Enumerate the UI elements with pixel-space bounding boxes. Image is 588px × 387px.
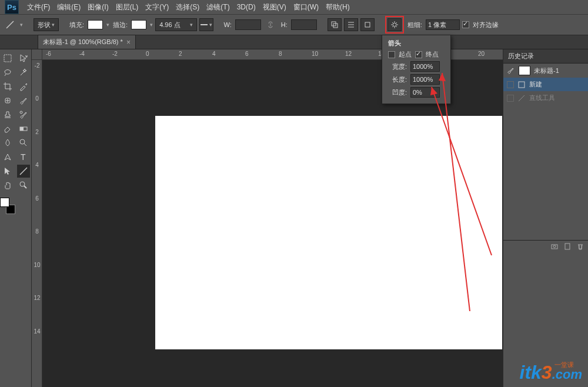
svg-point-13	[20, 111, 22, 114]
arrow-options-dropdown: 箭头 起点 终点 宽度: 长度: 凹度:	[382, 35, 451, 104]
svg-rect-7	[365, 22, 370, 27]
history-step-line[interactable]: 直线工具	[503, 91, 588, 105]
brush-icon	[507, 66, 515, 75]
gradient-tool[interactable]	[17, 122, 30, 135]
healing-tool[interactable]	[1, 94, 14, 107]
arrow-width-input[interactable]	[410, 61, 440, 72]
document-tabs: 未标题-1 @ 100%(RGB/8) * ×	[0, 35, 588, 49]
end-checkbox[interactable]	[415, 51, 422, 58]
history-thumb	[519, 66, 530, 75]
tool-icon-line	[4, 18, 16, 31]
width-input[interactable]	[235, 19, 261, 30]
lasso-tool[interactable]	[1, 66, 14, 79]
wand-tool[interactable]	[17, 66, 30, 79]
height-input[interactable]	[291, 19, 317, 30]
width-label: 宽度:	[388, 62, 407, 71]
tab-close-icon[interactable]: ×	[126, 38, 131, 46]
history-doc[interactable]: 未标题-1	[503, 64, 588, 78]
path-ops[interactable]	[328, 18, 342, 31]
svg-line-21	[24, 186, 26, 188]
new-snapshot-icon[interactable]	[550, 242, 559, 253]
path-arrange[interactable]	[360, 18, 375, 31]
svg-line-27	[519, 95, 524, 101]
history-panel-tab[interactable]: 历史记录	[503, 49, 588, 64]
dropdown-title: 箭头	[388, 39, 445, 48]
path-align[interactable]	[344, 18, 358, 31]
eyedropper-tool[interactable]	[17, 80, 30, 93]
stroke-width-input[interactable]: 4.96 点▾	[155, 18, 196, 31]
arrow-length-input[interactable]	[410, 74, 440, 85]
stamp-tool[interactable]	[1, 108, 14, 121]
stroke-style[interactable]: ▾	[199, 18, 213, 31]
svg-rect-9	[4, 55, 11, 62]
zoom-tool[interactable]	[17, 179, 30, 192]
move-tool[interactable]	[17, 52, 30, 65]
svg-point-16	[20, 139, 25, 144]
tool-preset-drop[interactable]: ▾	[20, 22, 23, 28]
svg-point-8	[393, 23, 396, 26]
history-step-new[interactable]: 新建	[503, 78, 588, 91]
watermark: 一堂课 itk3.com	[520, 362, 583, 383]
type-tool[interactable]: T	[17, 151, 30, 164]
start-label: 起点	[399, 50, 412, 59]
svg-line-0	[6, 21, 14, 28]
eraser-tool[interactable]	[1, 122, 14, 135]
svg-rect-30	[565, 243, 570, 249]
history-step-label: 直线工具	[529, 94, 555, 102]
gear-button[interactable]	[387, 18, 402, 31]
toolbox: T	[0, 49, 32, 387]
hand-tool[interactable]	[1, 179, 14, 192]
ruler-vertical: -2 0 2 4 6 8 10 12 14	[32, 60, 42, 387]
menu-view[interactable]: 视图(V)	[259, 2, 290, 12]
menu-window[interactable]: 窗口(W)	[290, 2, 322, 12]
trash-icon[interactable]	[576, 242, 584, 253]
svg-point-29	[553, 245, 556, 248]
menu-filter[interactable]: 滤镜(T)	[203, 2, 233, 12]
svg-text:T: T	[21, 152, 26, 162]
canvas[interactable]	[155, 116, 502, 349]
start-checkbox[interactable]	[388, 51, 395, 58]
menu-file[interactable]: 文件(F)	[24, 2, 54, 12]
arrow-concavity-input[interactable]	[410, 87, 440, 98]
menu-type[interactable]: 文字(Y)	[142, 2, 172, 12]
fill-swatch[interactable]	[88, 20, 103, 29]
menu-image[interactable]: 图像(I)	[84, 2, 112, 12]
svg-point-20	[20, 182, 25, 186]
end-label: 终点	[426, 50, 439, 59]
svg-line-17	[24, 144, 26, 146]
options-bar: ▾ 形状▾ 填充: ▾ 描边: ▾ 4.96 点▾ ▾ W: H: 粗细: 对齐…	[0, 14, 588, 35]
weight-label: 粗细:	[407, 21, 422, 29]
crop-tool[interactable]	[1, 80, 14, 93]
panel-footer	[503, 240, 588, 254]
align-edges-checkbox[interactable]	[462, 21, 469, 28]
blur-tool[interactable]	[1, 136, 14, 149]
document-tab[interactable]: 未标题-1 @ 100%(RGB/8) * ×	[38, 35, 136, 49]
menu-select[interactable]: 选择(S)	[172, 2, 203, 12]
menu-layer[interactable]: 图层(L)	[112, 2, 142, 12]
h-label: H:	[281, 21, 288, 28]
marquee-tool[interactable]	[1, 52, 14, 65]
history-brush-tool[interactable]	[17, 108, 30, 121]
mode-select[interactable]: 形状▾	[34, 18, 59, 31]
menu-help[interactable]: 帮助(H)	[322, 2, 353, 12]
stroke-swatch[interactable]	[131, 20, 146, 29]
menu-edit[interactable]: 编辑(E)	[54, 2, 84, 12]
path-select-tool[interactable]	[1, 165, 14, 178]
app-logo: Ps	[5, 0, 19, 14]
line-icon	[517, 94, 526, 102]
brush-tool[interactable]	[17, 94, 30, 107]
foreground-color[interactable]	[0, 198, 9, 207]
history-step-label: 新建	[529, 80, 542, 89]
link-wh[interactable]	[263, 18, 278, 31]
weight-input[interactable]	[426, 19, 460, 30]
menu-bar: Ps 文件(F) 编辑(E) 图像(I) 图层(L) 文字(Y) 选择(S) 滤…	[0, 0, 588, 14]
right-panels: 历史记录 未标题-1 新建 直线工具	[503, 49, 588, 387]
line-tool[interactable]	[17, 165, 30, 178]
dodge-tool[interactable]	[17, 136, 30, 149]
color-swatches[interactable]	[0, 198, 15, 214]
menu-3d[interactable]: 3D(D)	[233, 3, 259, 11]
new-doc-icon[interactable]	[563, 242, 572, 253]
ruler-corner	[32, 49, 42, 60]
tab-title: 未标题-1 @ 100%(RGB/8) *	[43, 38, 123, 46]
pen-tool[interactable]	[1, 151, 14, 164]
